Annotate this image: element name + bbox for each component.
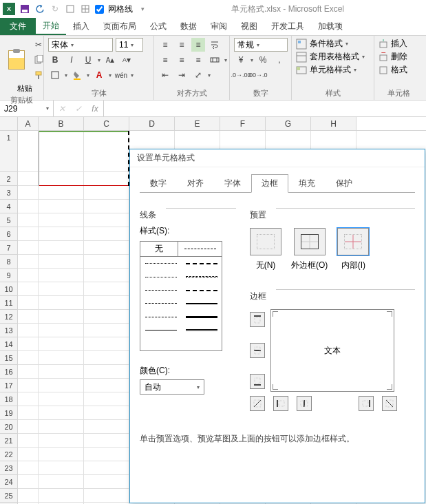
tab-formulas[interactable]: 公式 xyxy=(143,18,173,35)
cell[interactable] xyxy=(18,255,39,269)
cell[interactable] xyxy=(18,392,39,406)
cell[interactable] xyxy=(84,392,129,406)
cell[interactable] xyxy=(39,131,84,172)
cell[interactable] xyxy=(39,475,84,489)
cell[interactable] xyxy=(39,255,84,269)
cell[interactable] xyxy=(39,379,84,392)
cell[interactable] xyxy=(39,448,84,461)
merge-button[interactable] xyxy=(208,53,222,67)
align-left-icon[interactable]: ≡ xyxy=(158,53,172,67)
dlg-tab-fill[interactable]: 填充 xyxy=(288,174,326,193)
cell[interactable] xyxy=(39,186,84,200)
tab-data[interactable]: 数据 xyxy=(173,18,204,35)
underline-more-icon[interactable]: ▾ xyxy=(98,57,100,63)
preset-outline-button[interactable] xyxy=(294,228,326,255)
cell[interactable] xyxy=(84,406,129,420)
cell[interactable] xyxy=(84,365,129,379)
cell[interactable] xyxy=(39,489,84,503)
line-style-option[interactable] xyxy=(181,311,222,324)
cell[interactable] xyxy=(84,351,129,365)
cell[interactable] xyxy=(39,434,84,448)
cell[interactable] xyxy=(39,420,84,434)
cell[interactable] xyxy=(84,172,129,186)
line-style-none[interactable]: 无 xyxy=(140,241,178,257)
qat-border-icon[interactable] xyxy=(65,3,76,14)
cell[interactable] xyxy=(84,475,129,489)
border-button[interactable] xyxy=(48,68,62,82)
cell[interactable] xyxy=(18,337,39,351)
row-header[interactable]: 21 xyxy=(0,434,18,448)
cell[interactable] xyxy=(84,241,129,255)
dlg-tab-number[interactable]: 数字 xyxy=(140,174,177,193)
format-cells-button[interactable]: 格式 xyxy=(379,64,407,76)
cell[interactable] xyxy=(84,310,129,324)
percent-icon[interactable]: % xyxy=(256,53,270,67)
row-header[interactable]: 17 xyxy=(0,379,18,392)
row-header[interactable]: 9 xyxy=(0,269,18,282)
dlg-tab-font[interactable]: 字体 xyxy=(214,174,251,193)
tab-developer[interactable]: 开发工具 xyxy=(264,18,311,35)
row-header[interactable]: 4 xyxy=(0,200,18,213)
format-painter-icon[interactable] xyxy=(32,68,45,82)
orientation-icon[interactable]: ⤢ xyxy=(191,68,205,82)
row-header[interactable]: 13 xyxy=(0,324,18,337)
row-header[interactable]: 12 xyxy=(0,310,18,324)
decrease-indent-icon[interactable]: ⇤ xyxy=(158,68,172,82)
cell[interactable] xyxy=(84,282,129,296)
increase-font-icon[interactable]: A▴ xyxy=(103,53,117,67)
cell[interactable] xyxy=(39,324,84,337)
row-header[interactable]: 14 xyxy=(0,337,18,351)
col-header[interactable]: A xyxy=(18,117,39,130)
cell[interactable] xyxy=(18,489,39,503)
select-all-corner[interactable] xyxy=(0,117,18,130)
cell[interactable] xyxy=(84,213,129,227)
tab-addins[interactable]: 加载项 xyxy=(311,18,350,35)
cell[interactable] xyxy=(18,420,39,434)
paste-button[interactable] xyxy=(4,45,29,75)
cell[interactable] xyxy=(84,434,129,448)
cell[interactable] xyxy=(18,200,39,213)
increase-decimal-icon[interactable]: .0→.00 xyxy=(234,68,248,82)
cell[interactable] xyxy=(39,365,84,379)
cell[interactable] xyxy=(39,406,84,420)
row-header[interactable]: 23 xyxy=(0,461,18,475)
align-bottom-icon[interactable]: ≡ xyxy=(191,38,205,52)
cell[interactable] xyxy=(84,489,129,503)
row-header[interactable]: 16 xyxy=(0,365,18,379)
col-header[interactable]: F xyxy=(220,117,266,130)
cell[interactable] xyxy=(39,241,84,255)
delete-cells-button[interactable]: −删除 xyxy=(379,51,407,63)
currency-icon[interactable]: ¥ xyxy=(234,53,248,67)
row-header[interactable]: 1 xyxy=(0,131,18,172)
cell[interactable] xyxy=(18,475,39,489)
preset-inside-button[interactable] xyxy=(337,228,369,255)
border-vmiddle-button[interactable] xyxy=(297,396,312,411)
tab-view[interactable]: 视图 xyxy=(234,18,264,35)
row-header[interactable]: 5 xyxy=(0,213,18,227)
cell[interactable] xyxy=(84,379,129,392)
border-diag-down-button[interactable] xyxy=(382,396,397,411)
line-style-option[interactable] xyxy=(181,297,222,310)
italic-button[interactable]: I xyxy=(65,53,78,67)
border-diag-up-button[interactable] xyxy=(250,396,265,411)
col-header[interactable]: C xyxy=(84,117,129,130)
decrease-decimal-icon[interactable]: .00→.0 xyxy=(251,68,264,82)
cell[interactable] xyxy=(84,337,129,351)
cut-icon[interactable]: ✂ xyxy=(32,38,45,52)
cell[interactable] xyxy=(39,392,84,406)
cell[interactable] xyxy=(39,296,84,310)
cell[interactable] xyxy=(18,406,39,420)
row-header[interactable]: 11 xyxy=(0,296,18,310)
cell[interactable] xyxy=(84,255,129,269)
cell[interactable] xyxy=(84,227,129,241)
cell[interactable] xyxy=(84,131,129,172)
save-icon[interactable] xyxy=(19,3,30,14)
cell[interactable] xyxy=(18,448,39,461)
row-header[interactable]: 24 xyxy=(0,475,18,489)
cell[interactable] xyxy=(84,324,129,337)
cell[interactable] xyxy=(39,269,84,282)
col-header[interactable]: H xyxy=(311,117,356,130)
fill-color-button[interactable] xyxy=(70,68,84,82)
cell[interactable] xyxy=(84,420,129,434)
line-style-option[interactable] xyxy=(181,270,222,283)
